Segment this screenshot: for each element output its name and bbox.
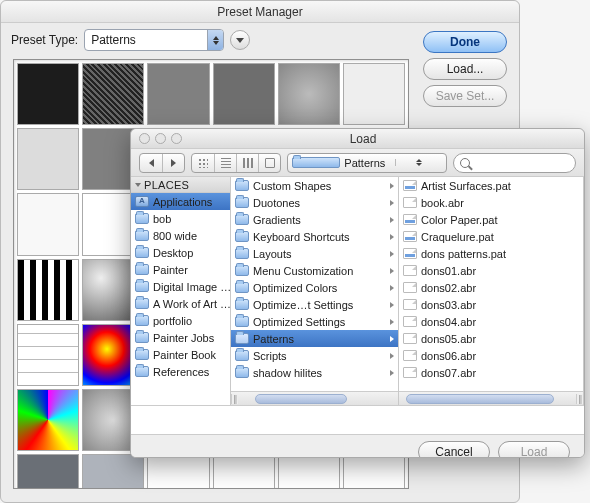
- file-label: dons06.abr: [421, 350, 476, 362]
- folder-icon: [135, 349, 149, 360]
- view-columns-button[interactable]: [236, 154, 258, 172]
- sidebar-item[interactable]: Digital Image …: [131, 278, 230, 295]
- sidebar-item[interactable]: Painter Book: [131, 346, 230, 363]
- file-icon: [403, 248, 417, 259]
- file-label: dons04.abr: [421, 316, 476, 328]
- chevron-right-icon: [390, 251, 394, 257]
- back-button[interactable]: [140, 154, 162, 172]
- sidebar-item-label: A Work of Art …: [153, 298, 230, 310]
- file-label: Color Paper.pat: [421, 214, 497, 226]
- save-set-button[interactable]: Save Set...: [423, 85, 507, 107]
- folder-icon: [235, 231, 249, 242]
- sidebar-item-label: portfolio: [153, 315, 192, 327]
- cancel-button[interactable]: Cancel: [418, 441, 490, 458]
- sidebar-item[interactable]: A Work of Art …: [131, 295, 230, 312]
- file-row[interactable]: dons06.abr: [399, 347, 583, 364]
- pattern-swatch[interactable]: [17, 193, 79, 255]
- pattern-swatch[interactable]: [343, 63, 405, 125]
- chevron-right-icon: [390, 217, 394, 223]
- load-toolbar: Patterns: [131, 149, 584, 177]
- pattern-swatch[interactable]: [17, 454, 79, 489]
- file-row[interactable]: dons04.abr: [399, 313, 583, 330]
- file-row[interactable]: book.abr: [399, 194, 583, 211]
- pattern-swatch[interactable]: [17, 259, 79, 321]
- chevron-right-icon: [390, 200, 394, 206]
- file-row[interactable]: dons01.abr: [399, 262, 583, 279]
- view-coverflow-button[interactable]: [258, 154, 280, 172]
- scroll-thumb[interactable]: [255, 394, 347, 404]
- pattern-swatch[interactable]: [278, 63, 340, 125]
- pattern-swatch[interactable]: [343, 454, 405, 489]
- load-button[interactable]: Load...: [423, 58, 507, 80]
- sidebar-item[interactable]: Painter Jobs: [131, 329, 230, 346]
- sidebar-item[interactable]: Painter: [131, 261, 230, 278]
- sidebar-item[interactable]: References: [131, 363, 230, 380]
- file-icon: [403, 265, 417, 276]
- folder-row[interactable]: Layouts: [231, 245, 398, 262]
- chevron-right-icon: [390, 268, 394, 274]
- folder-row[interactable]: Optimized Settings: [231, 313, 398, 330]
- pattern-swatch[interactable]: [213, 63, 275, 125]
- h-scrollbar[interactable]: ‖: [399, 391, 583, 405]
- forward-button[interactable]: [162, 154, 184, 172]
- pattern-swatch[interactable]: [82, 454, 144, 489]
- sidebar-item[interactable]: Applications: [131, 193, 230, 210]
- pattern-swatch[interactable]: [17, 324, 79, 386]
- folder-row[interactable]: Patterns: [231, 330, 398, 347]
- folder-row[interactable]: Keyboard Shortcuts: [231, 228, 398, 245]
- file-icon: [403, 197, 417, 208]
- preset-manager-buttons: Done Load... Save Set...: [423, 31, 507, 107]
- view-list-button[interactable]: [214, 154, 236, 172]
- view-icons-button[interactable]: [192, 154, 214, 172]
- done-button[interactable]: Done: [423, 31, 507, 53]
- folder-icon: [135, 281, 149, 292]
- preset-type-select[interactable]: Patterns: [84, 29, 224, 51]
- sidebar-item[interactable]: 800 wide: [131, 227, 230, 244]
- folder-row[interactable]: Scripts: [231, 347, 398, 364]
- coverflow-icon: [265, 158, 275, 168]
- folder-row[interactable]: shadow hilites: [231, 364, 398, 381]
- folder-label: Duotones: [253, 197, 300, 209]
- search-input[interactable]: [453, 153, 576, 173]
- file-icon: [403, 299, 417, 310]
- scroll-thumb[interactable]: [406, 394, 553, 404]
- file-row[interactable]: dons02.abr: [399, 279, 583, 296]
- folder-row[interactable]: Gradients: [231, 211, 398, 228]
- sidebar-item[interactable]: bob: [131, 210, 230, 227]
- file-row[interactable]: Craquelure.pat: [399, 228, 583, 245]
- pattern-swatch[interactable]: [278, 454, 340, 489]
- file-row[interactable]: dons03.abr: [399, 296, 583, 313]
- file-row[interactable]: dons patterns.pat: [399, 245, 583, 262]
- folder-row[interactable]: Menu Customization: [231, 262, 398, 279]
- sidebar-item[interactable]: portfolio: [131, 312, 230, 329]
- pattern-swatch[interactable]: [213, 454, 275, 489]
- path-popup[interactable]: Patterns: [287, 153, 447, 173]
- file-row[interactable]: dons05.abr: [399, 330, 583, 347]
- pattern-swatch[interactable]: [147, 63, 209, 125]
- file-label: dons01.abr: [421, 265, 476, 277]
- places-header: PLACES: [131, 177, 230, 193]
- preset-manager-title: Preset Manager: [1, 1, 519, 23]
- preset-flyout-button[interactable]: [230, 30, 250, 50]
- pattern-swatch[interactable]: [17, 389, 79, 451]
- folder-icon: [135, 264, 149, 275]
- file-row[interactable]: Artist Surfaces.pat: [399, 177, 583, 194]
- file-row[interactable]: dons07.abr: [399, 364, 583, 381]
- chevron-right-icon: [390, 319, 394, 325]
- folder-row[interactable]: Optimize…t Settings: [231, 296, 398, 313]
- sidebar-item[interactable]: Desktop: [131, 244, 230, 261]
- file-row[interactable]: Color Paper.pat: [399, 211, 583, 228]
- folder-row[interactable]: Custom Shapes: [231, 177, 398, 194]
- folder-row[interactable]: Duotones: [231, 194, 398, 211]
- pattern-swatch[interactable]: [82, 63, 144, 125]
- pattern-swatch[interactable]: [147, 454, 209, 489]
- pattern-swatch[interactable]: [17, 128, 79, 190]
- finder-columns: PLACES Applicationsbob800 wideDesktopPai…: [131, 177, 584, 405]
- pattern-swatch[interactable]: [17, 63, 79, 125]
- sidebar-item-label: Painter Book: [153, 349, 216, 361]
- load-confirm-button[interactable]: Load: [498, 441, 570, 458]
- folder-row[interactable]: Optimized Colors: [231, 279, 398, 296]
- h-scrollbar[interactable]: ‖: [231, 391, 398, 405]
- folder-icon: [235, 350, 249, 361]
- file-label: dons07.abr: [421, 367, 476, 379]
